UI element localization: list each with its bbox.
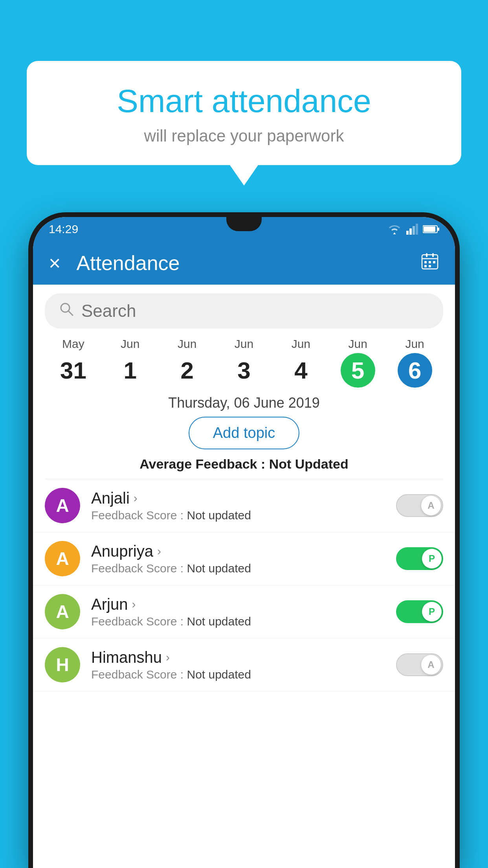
svg-line-17 xyxy=(69,311,73,315)
date-day[interactable]: 4 xyxy=(284,353,318,388)
date-item[interactable]: Jun6 xyxy=(386,337,443,388)
student-row: AAnupriya ›Feedback Score : Not updatedP xyxy=(33,532,455,585)
phone-frame: 14:29 xyxy=(28,212,460,868)
date-day[interactable]: 31 xyxy=(56,353,90,388)
avg-feedback: Average Feedback : Not Updated xyxy=(33,456,455,472)
svg-rect-2 xyxy=(413,226,415,235)
svg-rect-6 xyxy=(437,228,439,231)
student-avatar: A xyxy=(45,541,80,576)
speech-bubble: Smart attendance will replace your paper… xyxy=(27,61,461,165)
svg-rect-10 xyxy=(432,253,434,257)
date-item[interactable]: Jun1 xyxy=(102,337,159,388)
student-list: AAnjali ›Feedback Score : Not updatedAAA… xyxy=(33,479,455,691)
attendance-toggle[interactable]: P xyxy=(396,600,443,623)
date-day[interactable]: 1 xyxy=(113,353,147,388)
student-name[interactable]: Anjali › xyxy=(91,489,385,507)
date-item[interactable]: Jun2 xyxy=(159,337,216,388)
svg-rect-12 xyxy=(429,261,431,263)
speech-bubble-subtitle: will replace your paperwork xyxy=(50,127,438,145)
student-name[interactable]: Arjun › xyxy=(91,596,385,613)
student-info: Anupriya ›Feedback Score : Not updated xyxy=(91,542,385,575)
search-bar[interactable] xyxy=(45,293,443,329)
app-bar: × Attendance xyxy=(33,241,455,285)
student-feedback: Feedback Score : Not updated xyxy=(91,668,385,681)
student-feedback: Feedback Score : Not updated xyxy=(91,562,385,575)
student-avatar: A xyxy=(45,488,80,523)
svg-rect-11 xyxy=(424,261,427,263)
student-info: Himanshu ›Feedback Score : Not updated xyxy=(91,649,385,681)
date-month: Jun xyxy=(405,337,424,351)
date-day[interactable]: 2 xyxy=(170,353,204,388)
date-item[interactable]: Jun3 xyxy=(216,337,273,388)
svg-point-16 xyxy=(61,303,70,312)
date-month: Jun xyxy=(349,337,367,351)
student-name[interactable]: Himanshu › xyxy=(91,649,385,666)
attendance-toggle[interactable]: P xyxy=(396,547,443,570)
calendar-icon[interactable] xyxy=(420,252,439,274)
attendance-toggle[interactable]: A xyxy=(396,653,443,676)
student-feedback: Feedback Score : Not updated xyxy=(91,615,385,628)
svg-rect-3 xyxy=(416,224,418,235)
svg-rect-5 xyxy=(424,226,435,232)
wifi-icon xyxy=(387,224,402,235)
status-time: 14:29 xyxy=(49,223,78,236)
speech-bubble-title: Smart attendance xyxy=(50,83,438,120)
student-avatar: H xyxy=(45,647,80,682)
date-month: Jun xyxy=(121,337,139,351)
date-month: Jun xyxy=(235,337,253,351)
attendance-toggle[interactable]: A xyxy=(396,494,443,517)
student-row: HHimanshu ›Feedback Score : Not updatedA xyxy=(33,638,455,691)
date-month: Jun xyxy=(178,337,196,351)
date-month: Jun xyxy=(292,337,310,351)
student-feedback: Feedback Score : Not updated xyxy=(91,509,385,522)
signal-icon xyxy=(406,224,418,235)
phone-inner: 14:29 xyxy=(33,217,455,868)
svg-rect-15 xyxy=(429,265,431,267)
search-input[interactable] xyxy=(81,301,429,321)
student-name[interactable]: Anupriya › xyxy=(91,542,385,560)
app-bar-title: Attendance xyxy=(76,251,420,275)
student-row: AAnjali ›Feedback Score : Not updatedA xyxy=(33,479,455,532)
search-icon xyxy=(59,301,74,321)
date-day[interactable]: 6 xyxy=(398,353,432,388)
add-topic-button[interactable]: Add topic xyxy=(189,417,299,449)
date-item[interactable]: May31 xyxy=(45,337,102,388)
status-bar: 14:29 xyxy=(33,217,455,241)
status-icons xyxy=(387,224,439,235)
svg-rect-14 xyxy=(424,265,427,267)
student-avatar: A xyxy=(45,594,80,629)
battery-icon xyxy=(423,225,439,234)
close-button[interactable]: × xyxy=(49,251,61,275)
selected-date-label: Thursday, 06 June 2019 xyxy=(33,395,455,411)
student-info: Anjali ›Feedback Score : Not updated xyxy=(91,489,385,522)
svg-rect-0 xyxy=(406,231,409,235)
student-row: AArjun ›Feedback Score : Not updatedP xyxy=(33,585,455,638)
student-info: Arjun ›Feedback Score : Not updated xyxy=(91,596,385,628)
date-item[interactable]: Jun4 xyxy=(272,337,329,388)
date-item[interactable]: Jun5 xyxy=(329,337,386,388)
svg-rect-1 xyxy=(409,228,412,235)
notch xyxy=(226,217,262,231)
svg-rect-13 xyxy=(433,261,435,263)
date-month: May xyxy=(62,337,84,351)
date-day[interactable]: 3 xyxy=(227,353,261,388)
svg-rect-9 xyxy=(426,253,427,257)
date-strip: May31Jun1Jun2Jun3Jun4Jun5Jun6 xyxy=(33,337,455,388)
date-day[interactable]: 5 xyxy=(341,353,375,388)
